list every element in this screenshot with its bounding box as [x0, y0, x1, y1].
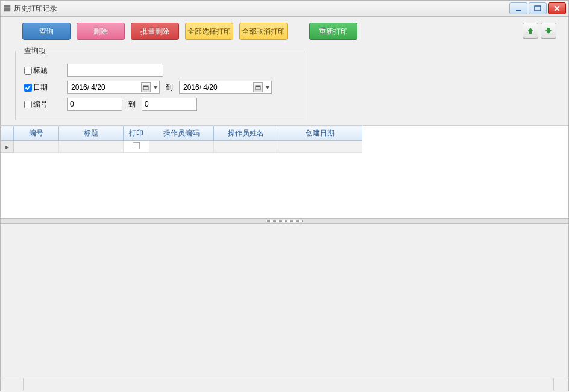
query-legend: 查询项 [22, 46, 48, 56]
results-table[interactable]: 编号 标题 打印 操作员编码 操作员姓名 创建日期 ▸ [1, 126, 362, 153]
filter-id-checkbox[interactable] [24, 101, 32, 108]
maximize-button[interactable] [529, 2, 547, 14]
close-button[interactable] [548, 2, 566, 14]
toolbar: 查询 删除 批量删除 全部选择打印 全部取消打印 重新打印 [1, 17, 568, 46]
query-filters: 查询项 标题 日期 2016/ 4/20 到 2016/ 4/20 [15, 46, 304, 120]
svg-rect-3 [143, 86, 148, 87]
horizontal-splitter[interactable] [1, 218, 568, 224]
filter-id-label: 编号 [33, 99, 67, 110]
window-title: 历史打印记录 [14, 4, 57, 14]
minimize-button[interactable] [509, 2, 527, 14]
col-created-date[interactable]: 创建日期 [278, 126, 362, 141]
calendar-icon [253, 82, 263, 92]
delete-button[interactable]: 删除 [77, 23, 125, 40]
col-title[interactable]: 标题 [59, 126, 124, 141]
query-button[interactable]: 查询 [22, 23, 71, 40]
status-bar [1, 378, 568, 391]
row-indicator: ▸ [1, 141, 14, 153]
deselect-all-print-button[interactable]: 全部取消打印 [239, 23, 288, 40]
date-to-value: 2016/ 4/20 [183, 83, 218, 92]
col-id[interactable]: 编号 [14, 126, 59, 141]
filter-date-label: 日期 [33, 82, 67, 93]
chevron-down-icon [265, 86, 270, 89]
row-print-checkbox[interactable] [133, 142, 140, 149]
svg-rect-1 [535, 6, 541, 11]
id-from-input[interactable] [67, 98, 122, 111]
filter-title-input[interactable] [67, 64, 163, 77]
splitter-grip-icon [266, 220, 303, 222]
app-icon [3, 4, 11, 13]
col-print[interactable]: 打印 [124, 126, 149, 141]
filter-date-checkbox[interactable] [24, 84, 32, 92]
row-header-corner [1, 126, 14, 141]
batch-delete-button[interactable]: 批量删除 [131, 23, 179, 40]
svg-rect-5 [256, 86, 260, 87]
details-panel [1, 224, 568, 392]
id-to-input[interactable] [142, 98, 197, 111]
table-row[interactable]: ▸ [1, 141, 362, 153]
id-to-label: 到 [126, 99, 138, 110]
date-from-picker[interactable]: 2016/ 4/20 [67, 81, 160, 94]
svg-rect-0 [516, 10, 521, 11]
col-operator-code[interactable]: 操作员编码 [149, 126, 214, 141]
filter-title-checkbox[interactable] [24, 67, 32, 75]
reprint-button[interactable]: 重新打印 [309, 23, 357, 40]
col-operator-name[interactable]: 操作员姓名 [213, 126, 278, 141]
date-to-picker[interactable]: 2016/ 4/20 [179, 81, 272, 94]
date-to-label: 到 [163, 82, 175, 93]
chevron-down-icon [153, 86, 158, 89]
title-bar: 历史打印记录 [0, 0, 569, 17]
filter-title-label: 标题 [33, 66, 67, 76]
date-from-value: 2016/ 4/20 [71, 83, 105, 92]
move-up-button[interactable] [523, 23, 538, 39]
select-all-print-button[interactable]: 全部选择打印 [185, 23, 233, 40]
calendar-icon [141, 82, 151, 92]
move-down-button[interactable] [541, 23, 556, 39]
results-table-area: 编号 标题 打印 操作员编码 操作员姓名 创建日期 ▸ [1, 125, 568, 218]
